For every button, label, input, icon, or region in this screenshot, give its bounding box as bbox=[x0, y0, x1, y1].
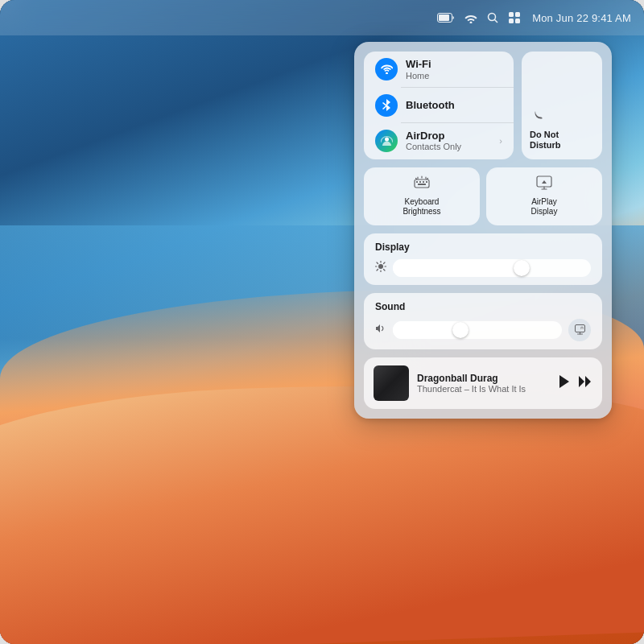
menubar-datetime[interactable]: Mon Jun 22 9:41 AM bbox=[532, 12, 631, 24]
track-title: Dragonball Durag bbox=[417, 373, 549, 384]
desktop: Mon Jun 22 9:41 AM Wi bbox=[0, 0, 644, 644]
control-center-icon[interactable] bbox=[508, 11, 521, 24]
svg-rect-14 bbox=[418, 184, 426, 185]
sound-section: Sound bbox=[364, 293, 602, 349]
bluetooth-icon-circle bbox=[375, 94, 398, 117]
display-brightness-icon bbox=[375, 261, 386, 275]
svg-rect-11 bbox=[419, 181, 421, 183]
display-title: Display bbox=[375, 242, 591, 253]
svg-line-26 bbox=[377, 262, 378, 264]
svg-point-2 bbox=[489, 14, 496, 21]
airplay-display-label: AirPlayDisplay bbox=[531, 197, 558, 217]
svg-point-21 bbox=[378, 264, 383, 269]
control-center-panel: Wi-Fi Home Bluetooth bbox=[354, 42, 612, 419]
svg-rect-7 bbox=[515, 19, 520, 23]
mac-frame: Mon Jun 22 9:41 AM Wi bbox=[0, 0, 644, 644]
airdrop-row[interactable]: AirDrop Contacts Only › bbox=[364, 123, 514, 159]
album-art-image bbox=[374, 365, 409, 401]
small-toggles-row: KeyboardBrightness AirPlayDisplay bbox=[364, 167, 602, 225]
wifi-label: Wi-Fi bbox=[406, 58, 502, 71]
playback-controls bbox=[557, 374, 592, 392]
bluetooth-text: Bluetooth bbox=[406, 99, 502, 112]
sound-title: Sound bbox=[375, 301, 591, 312]
svg-line-18 bbox=[416, 179, 417, 180]
track-artist: Thundercat – It Is What It Is bbox=[417, 384, 549, 394]
keyboard-brightness-label: KeyboardBrightness bbox=[402, 197, 440, 217]
svg-line-28 bbox=[384, 262, 386, 264]
svg-rect-1 bbox=[439, 14, 449, 21]
airdrop-label: AirDrop bbox=[406, 130, 499, 142]
wifi-sublabel: Home bbox=[406, 71, 502, 81]
skip-button[interactable] bbox=[578, 375, 592, 390]
svg-line-27 bbox=[384, 270, 386, 271]
play-button[interactable] bbox=[557, 374, 570, 392]
menubar-wifi-icon[interactable] bbox=[464, 13, 477, 23]
svg-line-29 bbox=[377, 270, 378, 271]
bluetooth-label: Bluetooth bbox=[406, 99, 502, 112]
dnd-label: Do NotDisturb bbox=[530, 130, 561, 151]
svg-point-8 bbox=[385, 138, 389, 142]
airdrop-chevron: › bbox=[499, 136, 502, 146]
svg-rect-5 bbox=[515, 12, 520, 17]
sound-slider-row bbox=[375, 319, 591, 341]
now-playing-info: Dragonball Durag Thundercat – It Is What… bbox=[417, 373, 549, 394]
top-row: Wi-Fi Home Bluetooth bbox=[364, 52, 602, 159]
airdrop-sublabel: Contacts Only bbox=[406, 142, 499, 152]
svg-rect-4 bbox=[509, 12, 514, 17]
sound-volume-icon bbox=[375, 323, 386, 336]
svg-rect-12 bbox=[423, 181, 424, 183]
airplay-display-icon bbox=[536, 175, 552, 194]
battery-icon[interactable] bbox=[437, 13, 455, 23]
display-slider-row bbox=[375, 259, 591, 277]
svg-line-3 bbox=[495, 20, 498, 23]
wifi-icon-circle bbox=[375, 58, 398, 80]
airplay-display-button[interactable]: AirPlayDisplay bbox=[486, 167, 602, 225]
do-not-disturb-button[interactable]: Do NotDisturb bbox=[522, 52, 602, 159]
svg-line-19 bbox=[427, 179, 428, 180]
menubar: Mon Jun 22 9:41 AM bbox=[0, 0, 644, 35]
album-art bbox=[374, 365, 409, 401]
display-slider[interactable] bbox=[393, 259, 591, 277]
svg-rect-13 bbox=[426, 181, 427, 183]
wifi-text: Wi-Fi Home bbox=[406, 58, 502, 81]
airdrop-icon-circle bbox=[375, 130, 398, 152]
svg-rect-10 bbox=[416, 181, 418, 183]
svg-rect-6 bbox=[509, 19, 514, 23]
airplay-audio-button[interactable] bbox=[568, 319, 591, 341]
display-section: Display bbox=[364, 233, 602, 285]
right-toggles: Do NotDisturb bbox=[522, 52, 602, 159]
bluetooth-row[interactable]: Bluetooth bbox=[364, 88, 514, 123]
dnd-moon-icon bbox=[530, 108, 544, 126]
now-playing-section: Dragonball Durag Thundercat – It Is What… bbox=[364, 357, 602, 409]
connectivity-section: Wi-Fi Home Bluetooth bbox=[364, 52, 514, 159]
airdrop-text: AirDrop Contacts Only bbox=[406, 130, 499, 153]
wifi-row[interactable]: Wi-Fi Home bbox=[364, 52, 514, 88]
keyboard-brightness-icon bbox=[414, 175, 430, 194]
menubar-search-icon[interactable] bbox=[487, 12, 498, 23]
keyboard-brightness-button[interactable]: KeyboardBrightness bbox=[364, 167, 480, 225]
sound-slider[interactable] bbox=[393, 321, 562, 339]
menubar-status-icons bbox=[437, 11, 521, 24]
